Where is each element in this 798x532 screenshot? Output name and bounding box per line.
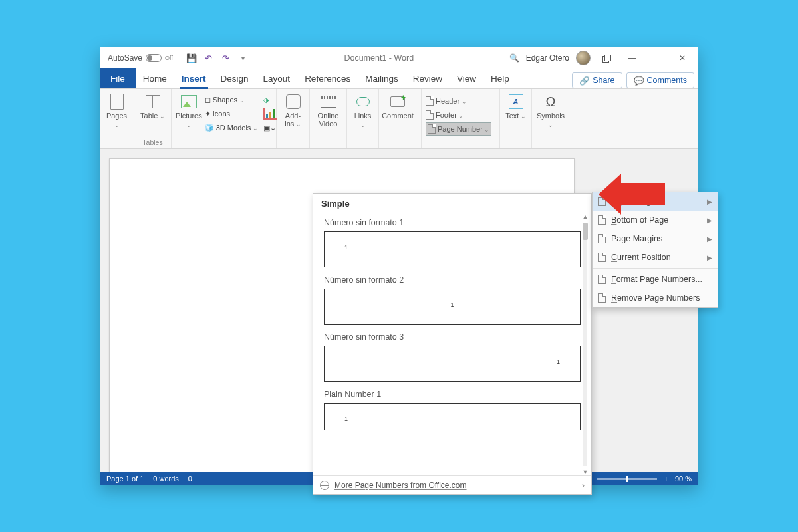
user-name: Edgar Otero [526, 53, 569, 63]
tab-references[interactable]: References [297, 68, 358, 88]
menu-current-position[interactable]: Current Position▶ [593, 248, 718, 267]
page-number-icon [428, 124, 436, 134]
tab-view[interactable]: View [450, 68, 483, 88]
globe-icon [320, 481, 329, 490]
3d-models-button[interactable]: 🧊3D Models [205, 121, 258, 134]
tab-review[interactable]: Review [406, 68, 450, 88]
gallery-scrollbar[interactable]: ▲ ▼ [581, 213, 590, 475]
screenshot-icon: ▣⌄ [263, 124, 276, 132]
screenshot-button[interactable]: ▣⌄ [263, 121, 277, 134]
icons-icon: ✦ [205, 110, 211, 118]
tab-insert[interactable]: Insert [174, 68, 213, 88]
pages-button[interactable]: Pages [104, 92, 130, 129]
online-video-button[interactable]: Online Video [314, 92, 342, 128]
ribbon: Pages Table Tables Pictures ◻Shapes ✦Ico… [100, 89, 698, 149]
avatar[interactable] [576, 51, 591, 65]
addins-button[interactable]: +Add- ins [281, 92, 305, 128]
footer-button[interactable]: Footer [426, 108, 491, 122]
status-words[interactable]: 0 words [153, 475, 179, 483]
pictures-button[interactable]: Pictures [176, 92, 202, 129]
zoom-level[interactable]: 90 % [675, 475, 692, 483]
word-window: AutoSave Off 💾 ↶ ↷ ▾ Document1 - Word 🔍 … [100, 47, 698, 485]
autosave-toggle[interactable]: AutoSave Off [108, 53, 173, 63]
toggle-off-icon [146, 54, 162, 62]
chevron-right-icon: › [582, 481, 585, 490]
menu-format-page-numbers[interactable]: Format Page Numbers... [593, 270, 718, 289]
textbox-icon: A [509, 94, 523, 109]
tab-mailings[interactable]: Mailings [358, 68, 406, 88]
page-number-button[interactable]: Page Number [426, 122, 491, 136]
zoom-in-icon[interactable]: + [664, 475, 668, 483]
window-title: Document1 - Word [249, 53, 509, 63]
tab-file[interactable]: File [100, 68, 136, 88]
icons-button[interactable]: ✦Icons [205, 107, 258, 120]
tab-help[interactable]: Help [483, 68, 517, 88]
links-button[interactable]: Links [351, 92, 374, 129]
shapes-icon: ◻ [205, 96, 211, 104]
search-icon[interactable]: 🔍 [509, 53, 519, 63]
doc-icon [598, 234, 606, 243]
omega-icon: Ω [542, 93, 559, 110]
qat-customize-icon[interactable]: ▾ [238, 53, 249, 63]
tab-layout[interactable]: Layout [256, 68, 298, 88]
chart-icon [263, 108, 277, 120]
menu-remove-page-numbers[interactable]: Remove Page Numbers [593, 289, 718, 307]
doc-remove-icon [598, 293, 606, 303]
page-number-gallery: Simple Número sin formato 1 1 Número sin… [313, 193, 592, 495]
tab-design[interactable]: Design [213, 68, 256, 88]
scroll-up-icon[interactable]: ▲ [582, 213, 589, 220]
save-icon[interactable]: 💾 [186, 53, 197, 63]
share-button[interactable]: 🔗Share [572, 72, 622, 88]
close-icon[interactable]: ✕ [673, 51, 692, 65]
chevron-right-icon: ▶ [707, 198, 712, 205]
status-page[interactable]: Page 1 of 1 [106, 475, 144, 483]
share-icon: 🔗 [579, 76, 590, 86]
gallery-item[interactable]: Número sin formato 1 1 [324, 218, 581, 267]
footer-icon [426, 110, 434, 120]
more-from-office[interactable]: More Page Numbers from Office.com › [313, 475, 591, 494]
gallery-item[interactable]: Plain Number 1 1 [324, 390, 581, 430]
status-extra: 0 [188, 475, 192, 483]
annotation-arrow [618, 183, 665, 205]
tab-home[interactable]: Home [136, 68, 174, 88]
text-button[interactable]: AText [504, 92, 527, 120]
new-comment-icon [390, 96, 405, 107]
shapes-button[interactable]: ◻Shapes [205, 93, 258, 106]
smartart-icon: ⬗ [263, 96, 269, 104]
group-tables-label: Tables [134, 138, 171, 148]
redo-icon[interactable]: ↷ [221, 53, 231, 63]
header-icon [426, 96, 434, 106]
doc-icon [598, 275, 606, 284]
symbols-button[interactable]: ΩSymbols [536, 92, 565, 129]
smartart-button[interactable]: ⬗ [263, 93, 277, 106]
chart-button[interactable] [263, 107, 277, 120]
gallery-heading: Simple [313, 194, 591, 214]
cube-icon: 🧊 [205, 124, 214, 132]
gallery-item[interactable]: Número sin formato 2 1 [324, 275, 581, 325]
comment-button[interactable]: Comment [383, 92, 412, 120]
comment-icon: 💬 [634, 76, 644, 86]
minimize-icon[interactable]: — [622, 51, 641, 65]
gallery-item[interactable]: Número sin formato 3 1 [324, 332, 581, 382]
doc-icon [598, 215, 606, 225]
titlebar: AutoSave Off 💾 ↶ ↷ ▾ Document1 - Word 🔍 … [100, 47, 698, 69]
addins-icon: + [286, 94, 301, 109]
menu-page-margins[interactable]: Page Margins▶ [593, 229, 718, 248]
header-button[interactable]: Header [426, 94, 491, 108]
video-icon [321, 96, 336, 108]
undo-icon[interactable]: ↶ [203, 53, 214, 63]
ribbon-display-icon[interactable] [597, 51, 616, 65]
ribbon-tabs: File Home Insert Design Layout Reference… [100, 69, 698, 89]
zoom-slider[interactable] [597, 478, 657, 480]
maximize-icon[interactable] [648, 51, 666, 65]
scroll-down-icon[interactable]: ▼ [582, 469, 589, 475]
link-icon [356, 97, 370, 106]
comments-button[interactable]: 💬Comments [626, 72, 694, 88]
table-button[interactable]: Table [138, 92, 167, 120]
doc-icon [598, 253, 606, 262]
